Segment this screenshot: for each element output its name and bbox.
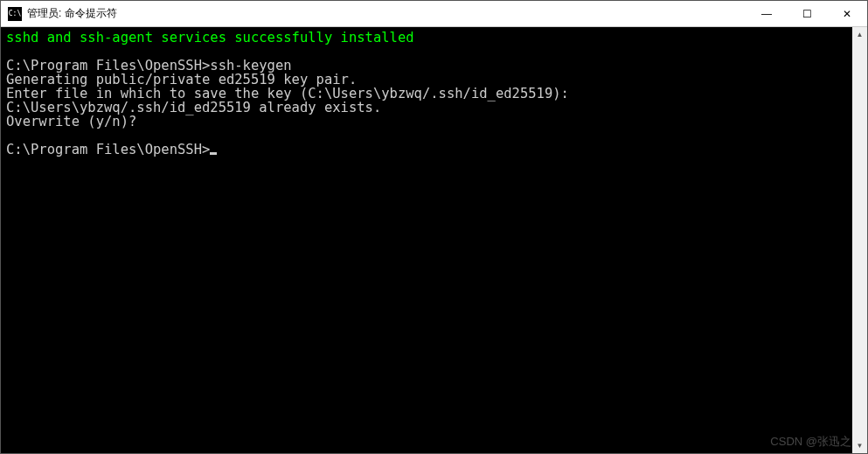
console-wrapper: sshd and ssh-agent services successfully… bbox=[1, 27, 867, 453]
titlebar[interactable]: C:\ 管理员: 命令提示符 — ☐ ✕ bbox=[1, 1, 867, 27]
close-button[interactable]: ✕ bbox=[827, 1, 867, 26]
prompt-line: C:\Program Files\OpenSSH> bbox=[6, 142, 210, 157]
window-controls: — ☐ ✕ bbox=[746, 1, 867, 26]
minimize-button[interactable]: — bbox=[746, 1, 787, 26]
window-title: 管理员: 命令提示符 bbox=[27, 6, 746, 21]
console-output[interactable]: sshd and ssh-agent services successfully… bbox=[1, 27, 852, 453]
success-message: sshd and ssh-agent services successfully… bbox=[6, 30, 414, 45]
command-prompt-window: C:\ 管理员: 命令提示符 — ☐ ✕ sshd and ssh-agent … bbox=[0, 0, 868, 454]
vertical-scrollbar[interactable]: ▲ ▼ bbox=[852, 27, 867, 453]
console-line: Overwrite (y/n)? bbox=[6, 114, 136, 129]
scroll-up-button[interactable]: ▲ bbox=[852, 27, 867, 42]
maximize-button[interactable]: ☐ bbox=[787, 1, 827, 26]
cmd-icon: C:\ bbox=[8, 7, 22, 21]
cursor bbox=[210, 152, 217, 155]
watermark-text: CSDN @张迅之 bbox=[770, 434, 851, 450]
scroll-down-button[interactable]: ▼ bbox=[852, 438, 867, 453]
